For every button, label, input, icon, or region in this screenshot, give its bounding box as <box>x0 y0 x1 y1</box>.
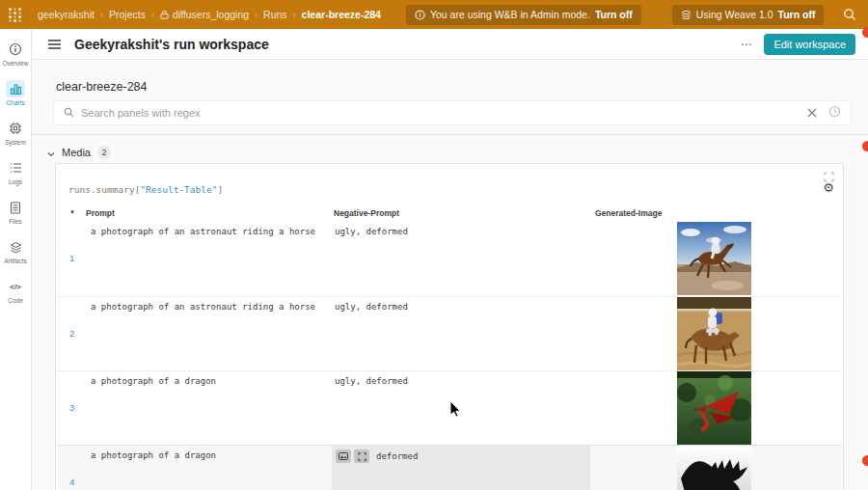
chip-icon <box>6 120 25 137</box>
info-icon <box>6 41 25 58</box>
layers-icon <box>6 238 25 256</box>
prompt-cell[interactable]: a photograph of a dragon <box>91 450 216 460</box>
panel-title-prefix: runs.summary[ <box>68 184 140 195</box>
left-sidebar: Overview Charts System Logs Files Artifa… <box>0 29 32 490</box>
sidebar-item-charts[interactable]: Charts <box>0 80 32 120</box>
sidebar-item-label: Overview <box>2 60 28 67</box>
prompt-cell[interactable]: a photograph of an astronaut riding a ho… <box>91 227 315 236</box>
column-header-prompt[interactable]: Prompt <box>86 208 115 218</box>
divider <box>32 134 868 135</box>
search-icon[interactable] <box>843 8 856 21</box>
panel-title-key: "Result-Table" <box>140 184 217 195</box>
edge-red-dot <box>862 455 868 466</box>
column-header-generated-image[interactable]: Generated-Image <box>595 208 662 218</box>
breadcrumb-separator: › <box>255 10 258 19</box>
breadcrumb-project-name[interactable]: diffusers_logging <box>173 9 249 20</box>
run-name: clear-breeze-284 <box>56 80 148 94</box>
media-section-label: Media <box>62 147 91 158</box>
breadcrumb-separator: › <box>151 10 154 19</box>
view-media-icon[interactable] <box>336 449 351 463</box>
list-icon <box>6 159 25 177</box>
sidebar-item-label: Files <box>9 218 22 225</box>
breadcrumb-projects[interactable]: Projects <box>109 9 146 20</box>
media-count-badge: 2 <box>97 146 111 159</box>
breadcrumb-separator: › <box>293 10 296 19</box>
negative-prompt-cell[interactable]: ugly, deformed <box>335 302 408 312</box>
column-header-negative-prompt[interactable]: Negative-Prompt <box>334 208 399 218</box>
lock-icon <box>160 10 169 21</box>
admin-mode-banner: You are using W&B in Admin mode. Turn of… <box>406 5 641 25</box>
table-row: a photograph of an astronaut riding a ho… <box>57 222 842 296</box>
workspace-header: Geekyrakshit's run workspace ⋯ Edit work… <box>32 29 868 60</box>
weave-banner: Using Weave 1.0 Turn off <box>672 5 825 25</box>
generated-image-red-dragon-forest[interactable] <box>677 371 751 445</box>
table-row: a photograph of a dragon ugly, deformed … <box>57 370 842 445</box>
edge-red-dot <box>862 141 868 151</box>
sidebar-item-artifacts[interactable]: Artifacts <box>0 238 32 278</box>
sidebar-item-label: Charts <box>6 99 24 106</box>
breadcrumb-entity[interactable]: geekyrakshit <box>38 9 95 20</box>
panel-title-suffix: ] <box>217 184 223 195</box>
weave-turn-off-button[interactable]: Turn off <box>778 9 816 20</box>
bar-chart-icon <box>6 80 25 97</box>
media-section-header[interactable]: Media 2 <box>47 144 111 161</box>
negative-prompt-cell[interactable]: ugly, deformed <box>335 227 408 236</box>
history-clock-icon[interactable] <box>828 104 841 122</box>
table-header-row: ▼ Prompt Negative-Prompt Generated-Image <box>56 208 843 222</box>
sidebar-item-files[interactable]: Files <box>0 199 32 238</box>
breadcrumb-runs[interactable]: Runs <box>263 9 287 20</box>
breadcrumb-run-name[interactable]: clear-breeze-284 <box>302 9 381 20</box>
table-row: a photograph of an astronaut riding a ho… <box>57 296 842 370</box>
generated-image-black-dragon[interactable] <box>677 446 751 490</box>
admin-turn-off-button[interactable]: Turn off <box>595 9 633 20</box>
sidebar-item-logs[interactable]: Logs <box>0 159 32 199</box>
edge-red-dot <box>862 27 868 38</box>
code-icon: </> <box>6 278 25 295</box>
generated-image-astronaut-dirt[interactable] <box>677 297 751 370</box>
navbar-icon-group: ? <box>843 8 868 21</box>
generated-image-astronaut-desert[interactable] <box>677 222 751 295</box>
weave-layers-icon <box>681 10 692 20</box>
sidebar-item-label: Code <box>8 297 23 304</box>
page-title: Geekyrakshit's run workspace <box>74 37 269 52</box>
admin-mode-text: You are using W&B in Admin mode. <box>430 9 590 20</box>
top-navbar: geekyrakshit › Projects › diffusers_logg… <box>0 0 868 29</box>
sidebar-item-code[interactable]: </> Code <box>0 278 32 317</box>
file-icon <box>6 199 25 216</box>
prompt-cell[interactable]: a photograph of an astronaut riding a ho… <box>91 302 315 312</box>
row-index[interactable]: 1 <box>69 253 74 263</box>
row-index[interactable]: 2 <box>69 328 74 339</box>
wandb-logo-icon[interactable] <box>9 8 22 22</box>
prompt-cell[interactable]: a photograph of a dragon <box>91 376 216 386</box>
sidebar-item-system[interactable]: System <box>0 120 32 159</box>
sidebar-item-label: System <box>5 139 26 146</box>
search-icon <box>64 104 74 122</box>
panel-title: runs.summary["Result-Table"] <box>68 184 223 195</box>
gear-icon[interactable]: ⚙ <box>823 180 834 195</box>
negative-prompt-cell[interactable]: deformed <box>376 451 418 461</box>
hamburger-menu-icon[interactable] <box>48 40 61 49</box>
negative-prompt-cell[interactable]: ugly, deformed <box>335 376 408 386</box>
breadcrumb: geekyrakshit › Projects › diffusers_logg… <box>38 9 381 20</box>
sidebar-item-label: Logs <box>9 178 22 185</box>
breadcrumb-separator: › <box>100 10 103 19</box>
info-circle-icon <box>415 10 425 20</box>
expand-cell-icon[interactable] <box>354 449 369 463</box>
sidebar-item-overview[interactable]: Overview <box>0 41 32 80</box>
weave-text: Using Weave 1.0 <box>696 9 773 20</box>
result-table-panel: runs.summary["Result-Table"] ⚙ ▼ Prompt … <box>55 163 844 490</box>
sidebar-item-label: Artifacts <box>4 258 26 264</box>
row-index[interactable]: 4 <box>69 476 74 487</box>
chevron-down-icon <box>47 144 55 161</box>
table-row: a photograph of a dragon deformed 4 <box>57 445 842 490</box>
search-input[interactable]: Search panels with regex <box>81 107 807 119</box>
negative-prompt-hover-content: deformed <box>336 449 418 463</box>
overflow-menu-button[interactable]: ⋯ <box>740 38 752 51</box>
row-index[interactable]: 3 <box>69 402 74 413</box>
clear-search-icon[interactable] <box>807 104 817 122</box>
panel-search-bar[interactable]: Search panels with regex <box>53 100 852 125</box>
edit-workspace-button[interactable]: Edit workspace <box>764 34 855 55</box>
caret-down-icon[interactable]: ▼ <box>69 209 75 215</box>
